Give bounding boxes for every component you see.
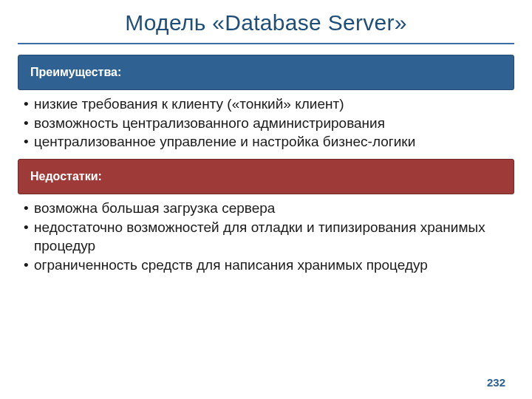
- disadvantages-list: возможна большая загрузка сервера недост…: [18, 194, 514, 282]
- list-item: недостаточно возможностей для отладки и …: [24, 218, 514, 256]
- list-item: возможна большая загрузка сервера: [24, 199, 514, 218]
- page-number: 232: [487, 376, 505, 389]
- disadvantages-header: Недостатки:: [18, 159, 514, 194]
- list-item: возможность централизованного администри…: [24, 114, 514, 133]
- title-rule: [18, 43, 514, 44]
- list-item: ограниченность средств для написания хра…: [24, 256, 514, 275]
- advantages-header: Преимущества:: [18, 55, 514, 90]
- slide: Модель «Database Server» Преимущества: н…: [0, 0, 532, 282]
- advantages-list: низкие требования к клиенту («тонкий» кл…: [18, 90, 514, 159]
- list-item: централизованное управление и настройка …: [24, 132, 514, 151]
- list-item: низкие требования к клиенту («тонкий» кл…: [24, 95, 514, 114]
- page-title: Модель «Database Server»: [18, 10, 514, 35]
